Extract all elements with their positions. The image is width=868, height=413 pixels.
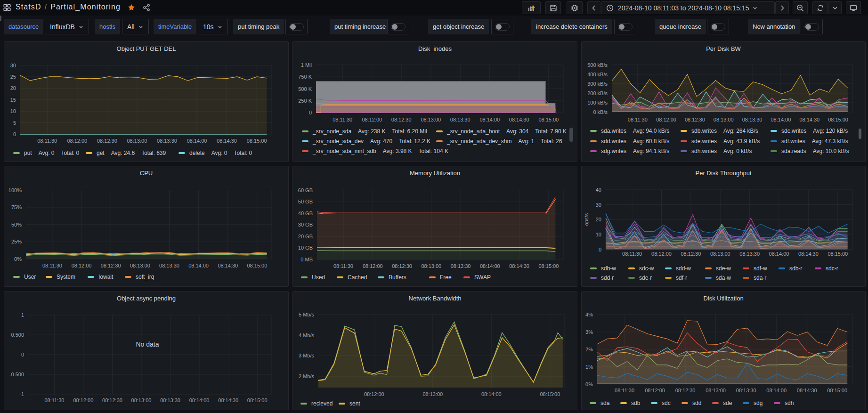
svg-text:08:12:00: 08:12:00 [651, 251, 672, 257]
svg-text:08:13:00: 08:13:00 [422, 391, 443, 397]
svg-text:3%: 3% [585, 329, 593, 335]
svg-text:08:13:30: 08:13:30 [160, 397, 180, 403]
svg-text:08:15:00: 08:15:00 [828, 117, 848, 122]
svg-text:50%: 50% [11, 222, 22, 227]
svg-text:08:14:30: 08:14:30 [218, 263, 238, 268]
svg-text:0%: 0% [585, 381, 593, 387]
svg-text:08:15:00: 08:15:00 [247, 397, 268, 403]
svg-text:08:15:00: 08:15:00 [540, 391, 560, 397]
svg-text:08:14:00: 08:14:00 [766, 388, 787, 393]
svg-text:08:12:30: 08:12:30 [101, 263, 121, 268]
svg-text:08:13:00: 08:13:00 [710, 251, 730, 257]
svg-text:08:11:30: 08:11:30 [333, 117, 352, 122]
svg-text:08:12:00: 08:12:00 [362, 117, 382, 122]
svg-text:5: 5 [13, 120, 16, 126]
svg-text:ops/s: ops/s [584, 213, 589, 226]
svg-text:1 Mil: 1 Mil [301, 62, 312, 68]
svg-text:250 K: 250 K [298, 98, 312, 104]
svg-text:08:14:00: 08:14:00 [480, 263, 500, 269]
svg-text:08:14:30: 08:14:30 [509, 117, 529, 122]
svg-text:08:12:30: 08:12:30 [685, 117, 705, 122]
svg-text:75%: 75% [11, 204, 22, 210]
svg-text:-0.500: -0.500 [9, 372, 24, 377]
svg-text:08:11:30: 08:11:30 [628, 117, 648, 122]
svg-text:08:14:00: 08:14:00 [188, 263, 209, 268]
svg-text:08:11:30: 08:11:30 [42, 263, 62, 268]
svg-text:0.500: 0.500 [11, 332, 24, 338]
svg-text:08:14:00: 08:14:00 [771, 117, 791, 122]
svg-text:08:13:30: 08:13:30 [736, 388, 756, 393]
svg-text:100 kB/s: 100 kB/s [587, 100, 608, 105]
svg-text:30: 30 [596, 202, 601, 208]
svg-text:08:12:00: 08:12:00 [364, 391, 384, 397]
svg-text:0 MB: 0 MB [300, 257, 313, 262]
svg-text:08:13:00: 08:13:00 [706, 388, 726, 393]
svg-text:08:12:00: 08:12:00 [72, 263, 92, 268]
svg-text:20: 20 [10, 85, 16, 91]
svg-text:20 GB: 20 GB [298, 234, 313, 239]
svg-text:25: 25 [10, 74, 16, 80]
svg-text:08:13:00: 08:13:00 [130, 263, 150, 268]
svg-text:40: 40 [596, 187, 601, 193]
svg-text:08:13:00: 08:13:00 [127, 138, 147, 144]
svg-text:-1: -1 [19, 391, 24, 397]
svg-text:08:13:30: 08:13:30 [157, 138, 177, 144]
svg-text:15: 15 [10, 97, 16, 103]
svg-text:08:11:30: 08:11:30 [622, 251, 642, 257]
svg-text:5 Mb/s: 5 Mb/s [299, 312, 315, 317]
svg-text:08:15:00: 08:15:00 [538, 263, 559, 269]
svg-text:08:13:30: 08:13:30 [742, 117, 763, 122]
svg-text:1: 1 [21, 312, 24, 318]
svg-text:200 kB/s: 200 kB/s [587, 90, 608, 96]
svg-text:08:14:30: 08:14:30 [218, 397, 238, 403]
svg-text:08:12:30: 08:12:30 [681, 251, 701, 257]
svg-text:08:11:30: 08:11:30 [333, 263, 353, 269]
svg-text:08:14:30: 08:14:30 [798, 251, 819, 257]
svg-text:08:12:30: 08:12:30 [391, 117, 412, 122]
svg-text:08:13:00: 08:13:00 [421, 117, 441, 122]
svg-text:10 GB: 10 GB [298, 245, 313, 251]
svg-text:08:14:30: 08:14:30 [799, 117, 819, 122]
svg-text:0: 0 [599, 247, 601, 252]
svg-text:4 Mb/s: 4 Mb/s [299, 332, 315, 338]
svg-text:40 GB: 40 GB [298, 211, 313, 216]
svg-text:100%: 100% [8, 187, 22, 193]
svg-text:0: 0 [13, 131, 16, 137]
svg-text:08:14:00: 08:14:00 [479, 117, 500, 122]
svg-text:08:12:30: 08:12:30 [97, 138, 117, 144]
svg-text:500 kB/s: 500 kB/s [587, 62, 608, 68]
svg-text:30: 30 [10, 63, 16, 68]
svg-text:08:12:00: 08:12:00 [645, 388, 665, 393]
svg-text:08:14:00: 08:14:00 [769, 251, 789, 257]
svg-text:08:13:00: 08:13:00 [421, 263, 441, 269]
svg-text:08:11:30: 08:11:30 [615, 388, 634, 393]
svg-text:400 kB/s: 400 kB/s [587, 72, 608, 77]
svg-text:08:12:30: 08:12:30 [675, 388, 696, 393]
svg-text:08:15:00: 08:15:00 [827, 388, 847, 393]
svg-text:08:13:30: 08:13:30 [739, 251, 760, 257]
svg-text:08:12:00: 08:12:00 [67, 138, 87, 144]
svg-text:08:12:00: 08:12:00 [656, 117, 676, 122]
svg-text:0: 0 [21, 352, 24, 357]
svg-text:08:15:00: 08:15:00 [247, 263, 267, 268]
svg-text:08:13:30: 08:13:30 [159, 263, 179, 268]
svg-text:08:14:00: 08:14:00 [481, 391, 502, 397]
svg-text:750 K: 750 K [298, 74, 312, 80]
svg-text:08:11:30: 08:11:30 [37, 138, 57, 144]
svg-text:08:13:30: 08:13:30 [451, 263, 471, 269]
svg-text:10: 10 [596, 232, 601, 237]
svg-text:08:12:00: 08:12:00 [73, 397, 93, 403]
svg-text:4%: 4% [585, 312, 593, 317]
svg-text:0 kB/s: 0 kB/s [593, 109, 608, 115]
svg-text:08:12:00: 08:12:00 [363, 263, 383, 269]
svg-text:08:12:30: 08:12:30 [102, 397, 122, 403]
svg-text:08:13:00: 08:13:00 [714, 117, 734, 122]
svg-text:08:14:00: 08:14:00 [187, 138, 207, 144]
svg-text:2 Mb/s: 2 Mb/s [299, 373, 315, 379]
svg-text:08:13:30: 08:13:30 [450, 117, 471, 122]
svg-text:0: 0 [309, 110, 312, 115]
svg-text:50 GB: 50 GB [298, 199, 313, 204]
svg-text:08:14:00: 08:14:00 [189, 397, 210, 403]
svg-text:20: 20 [596, 217, 601, 222]
svg-text:30 GB: 30 GB [298, 222, 313, 227]
